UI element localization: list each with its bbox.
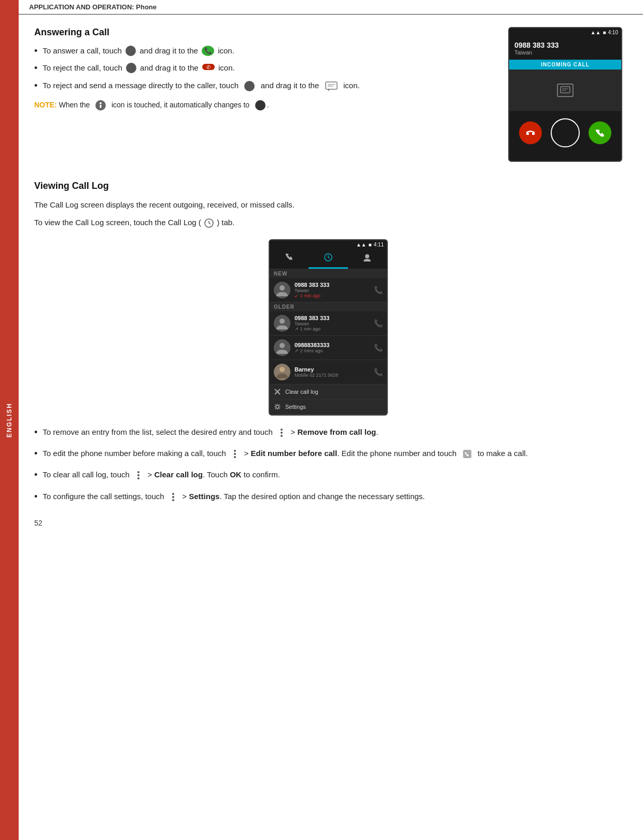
bottom-bullet-4: To configure the call settings, touch > …: [34, 490, 622, 503]
viewing-desc2-text: To view the Call Log screen, touch the C…: [34, 218, 201, 227]
log-time: 4:11: [374, 242, 384, 247]
log-entry-2: 0988 383 333 Taiwan ↗ 1 min ago 📞: [270, 311, 387, 336]
message-icon: [325, 81, 338, 91]
viewing-section: Viewing Call Log The Call Log screen dis…: [34, 181, 622, 503]
svg-point-0: [125, 46, 136, 56]
log-tabs: [270, 249, 387, 269]
clear-icon: [274, 388, 281, 395]
avatar-svg-1: [274, 282, 290, 298]
bullet-reject-post: icon.: [218, 62, 235, 74]
svg-rect-7: [326, 82, 337, 89]
note-circle-icon: [95, 100, 106, 111]
log-entry-3-avatar: [274, 339, 290, 356]
phone-bottom-controls: [509, 111, 621, 155]
svg-rect-13: [100, 105, 102, 108]
log-entry-1-name: 0988 383 333: [295, 282, 370, 288]
call-make-icon: [462, 449, 472, 459]
phone-caller-number: 0988 383 333: [514, 41, 616, 49]
log-section-older: OLDER: [270, 302, 387, 311]
contacts-tab-icon: [362, 253, 372, 262]
note-circle-icon-2: [255, 100, 266, 111]
log-entry-1-info: 0988 383 333 Taiwan ↙ 1 min ago: [295, 282, 370, 298]
log-call-icon-1: 📞: [374, 286, 383, 294]
barney-avatar-svg: [274, 364, 290, 380]
bullet-answer-pre: To answer a call, touch: [43, 45, 122, 57]
bottom-bullets: To remove an entry from the list, select…: [34, 426, 622, 503]
answering-text: Answering a Call To answer a call, touch…: [34, 27, 498, 118]
call-log-screenshot: ▲▲ ■ 4:11: [269, 239, 388, 416]
svg-rect-18: [526, 133, 529, 135]
phone-caller-info: 0988 383 333 Taiwan: [509, 37, 621, 60]
reject-button: [519, 121, 542, 144]
bottom-bullet-3: To clear all call log, touch > Clear cal…: [34, 469, 622, 481]
bottom-bullet-1: To remove an entry from the list, select…: [34, 426, 622, 439]
phone-time: 4:10: [608, 30, 618, 35]
log-entry-4-name: Barney: [295, 366, 370, 373]
log-entry-2-name: 0988 383 333: [295, 315, 370, 321]
call-log-wrapper: ▲▲ ■ 4:11: [34, 239, 622, 416]
log-entry-2-avatar: [274, 315, 290, 332]
b3-bold: Clear call log: [155, 470, 203, 479]
b2-mid: . Edit the phone number and touch: [337, 449, 456, 458]
log-status-bar: ▲▲ ■ 4:11: [270, 240, 387, 249]
log-entry-2-info: 0988 383 333 Taiwan ↗ 1 min ago: [295, 315, 370, 332]
answer-phone-svg: [595, 129, 605, 137]
menu-dots-icon-1: [278, 428, 285, 438]
note-text: When the: [59, 101, 90, 109]
b3-end: to confirm.: [244, 470, 280, 479]
log-entry-3-name: 09888383333: [295, 342, 370, 348]
b2-bold: Edit number before call: [251, 449, 338, 458]
log-entry-2-time: ↗ 1 min ago: [295, 326, 370, 332]
svg-marker-10: [328, 89, 330, 91]
svg-point-46: [137, 474, 139, 476]
b2-pre: To edit the phone number before making a…: [43, 449, 226, 458]
b4-pre: To configure the call settings, touch: [43, 492, 164, 501]
note-block: NOTE: When the icon is touched, it autom…: [34, 99, 498, 111]
log-entry-3-info: 09888383333 ↗ 2 mins ago: [295, 342, 370, 353]
bullet-message: To reject and send a message directly to…: [34, 80, 498, 92]
reject-phone-svg: [525, 129, 536, 137]
avatar-svg-3: [274, 339, 290, 356]
phone-middle: [509, 70, 621, 111]
b1-bold: Remove from call log: [298, 428, 376, 436]
svg-point-49: [172, 496, 174, 498]
page-number: 52: [34, 519, 622, 527]
touch-circle-icon-3: [244, 80, 255, 92]
log-entry-4: Barney Mobile 02 2171 5628 📞: [270, 360, 387, 384]
log-footer-settings: Settings: [270, 400, 387, 415]
log-call-icon-2: 📞: [374, 319, 383, 327]
svg-point-32: [279, 343, 285, 348]
b3-bold2: OK: [230, 470, 242, 479]
svg-point-3: [126, 63, 136, 73]
svg-point-45: [137, 471, 139, 473]
log-footer-clear: Clear call log: [270, 384, 387, 400]
svg-text:✆: ✆: [206, 64, 211, 70]
svg-point-39: [281, 432, 283, 434]
log-entry-1-avatar: [274, 282, 290, 298]
phone-green-icon: 📞: [201, 45, 215, 57]
log-footer-clear-text: Clear call log: [285, 389, 318, 395]
touch-circle-icon-2: [125, 62, 137, 74]
b3-mid: . Touch: [203, 470, 230, 479]
bullet-reject-pre: To reject the call, touch: [43, 62, 122, 74]
header-title: APPLICATION AND OPERATION: Phone: [29, 3, 157, 11]
log-call-icon-4: 📞: [374, 368, 383, 376]
tab-calllog[interactable]: [309, 249, 347, 269]
sidebar: ENGLISH: [0, 0, 19, 840]
log-call-icon-3: 📞: [374, 343, 383, 352]
answering-section: Answering a Call To answer a call, touch…: [34, 27, 622, 162]
b3-pre: To clear all call log, touch: [43, 470, 130, 479]
svg-point-50: [172, 499, 174, 501]
bullet-reject-mid: and drag it to the: [140, 62, 199, 74]
msg-svg: [560, 86, 570, 94]
log-entry-1-sub: Taiwan: [295, 288, 370, 293]
b3-post: >: [148, 470, 155, 479]
tab-phone: [270, 249, 309, 269]
bullet-answer: To answer a call, touch and drag it to t…: [34, 45, 498, 57]
b1-pre: To remove an entry from the list, select…: [43, 428, 273, 436]
tab-contacts: [348, 249, 387, 269]
log-entry-4-info: Barney Mobile 02 2171 5628: [295, 366, 370, 378]
svg-point-34: [279, 367, 285, 372]
log-entry-4-avatar: [274, 364, 290, 380]
bullet-msg-post: icon.: [343, 81, 360, 90]
